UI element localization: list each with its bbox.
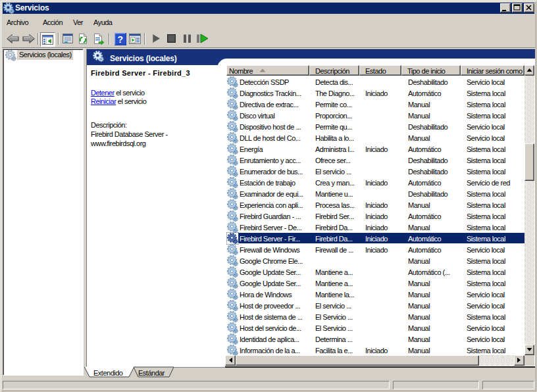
svg-text:Estándar: Estándar bbox=[138, 369, 165, 377]
svg-text:Extendido: Extendido bbox=[93, 369, 123, 377]
svg-text:?: ? bbox=[118, 34, 124, 45]
